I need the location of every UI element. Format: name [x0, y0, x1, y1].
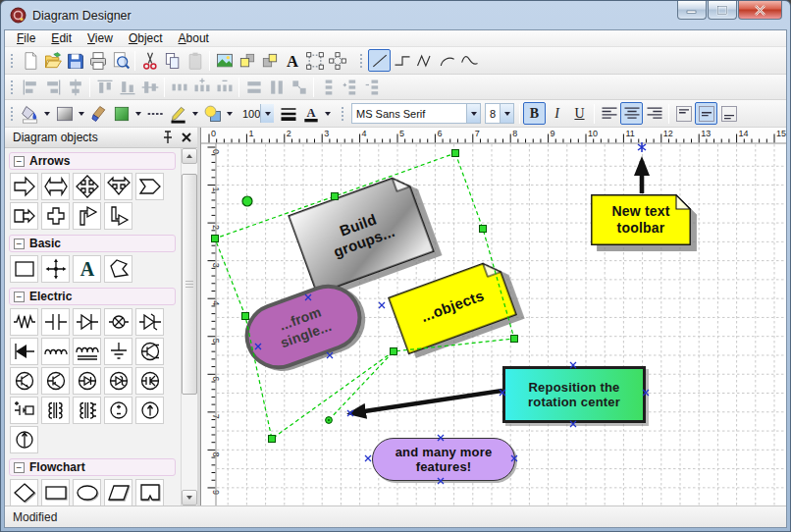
zoom-dropdown-icon[interactable] [260, 104, 274, 123]
align-tops-button[interactable] [93, 76, 116, 98]
print-button[interactable] [86, 49, 109, 72]
menu-view[interactable]: View [79, 30, 121, 46]
italic-button[interactable]: I [546, 102, 568, 125]
align-text-center-button[interactable] [620, 102, 643, 125]
line-wave-button[interactable] [458, 49, 481, 72]
paste-button[interactable] [184, 49, 206, 72]
palette-item-circled-diode-1[interactable] [73, 367, 101, 395]
fill-color-button[interactable] [19, 102, 41, 125]
underline-button[interactable]: U [568, 102, 591, 125]
shape-new-text-toolbar[interactable]: New text toolbar [591, 194, 691, 245]
maximize-button[interactable] [708, 1, 737, 20]
toolbar-grip[interactable] [359, 52, 364, 70]
pin-icon[interactable] [160, 130, 176, 145]
menu-edit[interactable]: Edit [43, 30, 79, 46]
palette-section-basic[interactable]: −Basic [9, 235, 176, 252]
scroll-thumb[interactable] [182, 174, 197, 395]
palette-item-circled-diode-2[interactable] [104, 367, 132, 395]
palette-item-arrow-corner-up[interactable] [73, 202, 101, 230]
object-color-dropdown-icon[interactable] [132, 103, 143, 124]
palette-item-arrow-left-right[interactable] [41, 173, 70, 200]
palette-item-transistor-circle-4[interactable] [135, 367, 164, 395]
font-combobox[interactable]: MS Sans Serif [351, 103, 481, 124]
object-color-button[interactable] [110, 102, 132, 125]
palette-item-capacitor[interactable] [41, 308, 70, 336]
palette-item-arrow-corner-down[interactable] [104, 202, 132, 230]
bold-button[interactable]: B [523, 102, 546, 125]
fill-color-dropdown-icon[interactable] [41, 103, 52, 124]
align-right-edges-button[interactable] [41, 76, 64, 98]
palette-item-inductor-core[interactable] [73, 338, 101, 365]
palette-item-transformer[interactable] [41, 397, 70, 424]
shape-reposition[interactable]: Reposition the rotation center [502, 366, 646, 423]
align-text-right-button[interactable] [643, 102, 665, 125]
palette-item-decision[interactable] [10, 479, 38, 505]
collapse-icon[interactable]: − [14, 156, 25, 167]
open-button[interactable] [41, 49, 64, 72]
align-bottoms-button[interactable] [116, 76, 138, 98]
collapse-icon[interactable]: − [14, 239, 25, 249]
align-text-left-button[interactable] [598, 102, 620, 125]
palette-item-process[interactable] [41, 479, 70, 505]
space-v-shrink-button[interactable] [362, 76, 385, 98]
same-width-button[interactable] [242, 76, 265, 98]
palette-item-rectangle[interactable] [10, 255, 38, 283]
palette-item-resistor[interactable] [10, 308, 38, 336]
same-size-button[interactable] [288, 76, 310, 98]
palette-item-source-voltage[interactable] [104, 397, 132, 424]
valign-middle-button[interactable] [695, 102, 717, 125]
format-brush-button[interactable] [87, 102, 110, 125]
space-h-grow-button[interactable] [190, 76, 213, 98]
palette-item-diode[interactable] [73, 308, 101, 336]
align-h-centers-button[interactable] [64, 76, 86, 98]
valign-bottom-button[interactable] [717, 102, 740, 125]
palette-item-transistor-circle-3[interactable] [41, 367, 70, 395]
palette-item-parallelogram[interactable] [104, 479, 132, 505]
group-button[interactable] [303, 49, 326, 72]
palette-item-arrow-right[interactable] [10, 173, 38, 200]
new-button[interactable] [19, 49, 41, 72]
close-button[interactable] [738, 1, 782, 20]
align-left-edges-button[interactable] [19, 76, 41, 98]
drawing-canvas[interactable]: 01234567891011121314150123456789Build gr… [200, 128, 786, 505]
palette-item-source-current-2[interactable] [10, 426, 38, 453]
palette-item-diode-zener[interactable] [135, 308, 164, 336]
palette-item-transformer-ct[interactable] [73, 397, 101, 424]
line-arc-button[interactable] [436, 49, 458, 72]
palette-item-battery[interactable] [10, 397, 38, 424]
toolbar-grip[interactable] [10, 105, 15, 123]
line-straight-button[interactable] [368, 49, 391, 72]
palette-section-arrows[interactable]: −Arrows [9, 152, 176, 170]
space-h-equal-button[interactable] [168, 76, 190, 98]
copy-button[interactable] [161, 49, 184, 72]
save-button[interactable] [64, 49, 86, 72]
palette-item-ground[interactable] [104, 338, 132, 365]
collapse-icon[interactable]: − [14, 292, 25, 302]
size-combobox[interactable]: 8 [485, 103, 514, 124]
edit-points-button[interactable] [326, 49, 348, 72]
palette-item-flag[interactable] [135, 479, 164, 505]
palette-item-terminator[interactable] [73, 479, 101, 505]
line-width-button[interactable] [277, 102, 299, 125]
zoom-combobox[interactable]: 100% [237, 103, 275, 124]
toolbar-grip[interactable] [341, 105, 345, 123]
palette-item-lamp[interactable] [104, 308, 132, 336]
toolbar-grip[interactable] [10, 52, 15, 70]
palette-section-electric[interactable]: −Electric [9, 288, 176, 305]
palette-item-arrow-pentagon[interactable] [135, 173, 164, 200]
minimize-button[interactable] [677, 1, 707, 20]
menu-about[interactable]: About [171, 30, 217, 46]
palette-item-inductor[interactable] [41, 338, 70, 365]
font-color-button[interactable]: A [299, 102, 322, 125]
insert-text-button[interactable]: A [281, 49, 303, 72]
palette-item-transistor-arrow[interactable] [10, 338, 38, 365]
scroll-down-button[interactable] [182, 490, 197, 505]
insert-image-button[interactable] [213, 49, 236, 72]
palette-item-arrow-cross[interactable] [41, 202, 70, 230]
same-height-button[interactable] [265, 76, 288, 98]
shape-features[interactable]: and many more features! [372, 438, 515, 481]
scroll-up-button[interactable] [182, 148, 197, 164]
space-h-shrink-button[interactable] [213, 76, 236, 98]
palette-item-transistor-circle-2[interactable] [10, 367, 38, 395]
gradient-style-button[interactable] [53, 102, 76, 125]
